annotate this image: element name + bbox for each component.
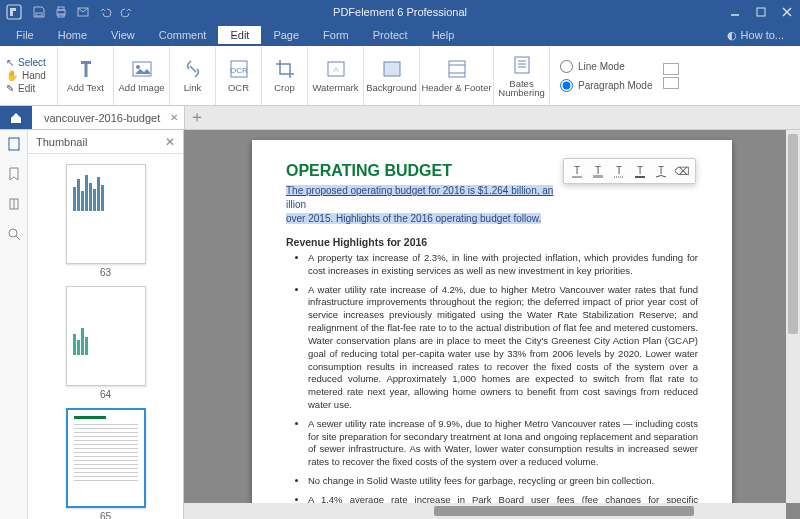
- select-tool[interactable]: ↖Select: [6, 57, 57, 68]
- search-rail-icon[interactable]: [6, 226, 22, 242]
- svg-text:OCR: OCR: [230, 66, 248, 75]
- vertical-scrollbar[interactable]: [786, 130, 800, 503]
- document-tab[interactable]: vancouver-2016-budget ✕: [32, 106, 185, 129]
- document-page: T T T T T ⌫ OPERATING BUDGET The propose…: [252, 140, 732, 519]
- watermark-button[interactable]: AWatermark: [308, 46, 364, 105]
- edit-icon: ✎: [6, 83, 14, 94]
- close-button[interactable]: [774, 0, 800, 24]
- watermark-label: Watermark: [312, 83, 358, 93]
- list-item[interactable]: No change in Solid Waste utility fees fo…: [308, 475, 698, 488]
- svg-rect-1: [36, 13, 42, 16]
- paragraph-mode-radio[interactable]: Paragraph Mode: [560, 79, 653, 92]
- format-btn-3[interactable]: T: [610, 162, 628, 180]
- bates-button[interactable]: Bates Numbering: [494, 46, 550, 105]
- format-btn-2[interactable]: T: [589, 162, 607, 180]
- paragraph-mode-label: Paragraph Mode: [578, 80, 653, 91]
- add-image-button[interactable]: Add Image: [114, 46, 170, 105]
- bookmarks-rail-icon[interactable]: [6, 166, 22, 182]
- format-delete-btn[interactable]: ⌫: [673, 162, 691, 180]
- svg-text:T: T: [574, 165, 580, 176]
- app-logo: [4, 2, 24, 22]
- ocr-button[interactable]: OCROCR: [216, 46, 262, 105]
- bates-label: Bates Numbering: [498, 79, 544, 98]
- svg-line-14: [190, 66, 196, 72]
- save-icon[interactable]: [32, 5, 46, 19]
- format-btn-1[interactable]: T: [568, 162, 586, 180]
- svg-rect-7: [757, 8, 765, 16]
- menu-form[interactable]: Form: [311, 26, 361, 44]
- header-footer-button[interactable]: Header & Footer: [420, 46, 494, 105]
- thumbnails-rail-icon[interactable]: [6, 136, 22, 152]
- undo-icon[interactable]: [98, 5, 112, 19]
- close-tab-icon[interactable]: ✕: [170, 112, 178, 123]
- extra-button-2[interactable]: [663, 77, 679, 89]
- document-tab-label: vancouver-2016-budget: [44, 112, 160, 124]
- header-footer-icon: [446, 58, 468, 80]
- thumbnail-page-65[interactable]: 65: [63, 408, 149, 519]
- subheading: Revenue Highlights for 2016: [286, 236, 698, 248]
- select-label: Select: [18, 57, 46, 68]
- line-mode-radio[interactable]: Line Mode: [560, 60, 653, 73]
- background-icon: [381, 58, 403, 80]
- redo-icon[interactable]: [120, 5, 134, 19]
- new-tab-button[interactable]: ＋: [185, 106, 209, 129]
- svg-rect-0: [7, 5, 21, 19]
- attachments-rail-icon[interactable]: [6, 196, 22, 212]
- maximize-button[interactable]: [748, 0, 774, 24]
- menu-view[interactable]: View: [99, 26, 147, 44]
- page-number: 64: [100, 389, 111, 400]
- list-item[interactable]: A property tax increase of 2.3%, in line…: [308, 252, 698, 278]
- thumbnail-page-63[interactable]: 63: [63, 164, 149, 278]
- svg-text:⌫: ⌫: [675, 165, 689, 177]
- background-button[interactable]: Background: [364, 46, 420, 105]
- hand-icon: ✋: [6, 70, 18, 81]
- svg-text:T: T: [658, 165, 664, 176]
- link-button[interactable]: Link: [170, 46, 216, 105]
- ribbon-toolbar: ↖Select ✋Hand ✎Edit Add Text Add Image L…: [0, 46, 800, 106]
- menu-file[interactable]: File: [4, 26, 46, 44]
- svg-rect-23: [515, 57, 529, 73]
- title-bar: PDFelement 6 Professional: [0, 0, 800, 24]
- mail-icon[interactable]: [76, 5, 90, 19]
- selection-tool-group: ↖Select ✋Hand ✎Edit: [0, 46, 58, 105]
- menu-edit[interactable]: Edit: [218, 26, 261, 44]
- thumbnail-list[interactable]: 63 64 65: [28, 154, 183, 519]
- home-tab[interactable]: [0, 106, 32, 129]
- header-footer-label: Header & Footer: [421, 83, 491, 93]
- crop-button[interactable]: Crop: [262, 46, 308, 105]
- main-area: Thumbnail ✕ 63 64: [0, 130, 800, 519]
- thumbnail-panel: Thumbnail ✕ 63 64: [28, 130, 184, 519]
- menu-help[interactable]: Help: [420, 26, 467, 44]
- list-item[interactable]: A water utility rate increase of 4.2%, d…: [308, 284, 698, 412]
- horizontal-scroll-thumb[interactable]: [434, 506, 694, 516]
- menu-home[interactable]: Home: [46, 26, 99, 44]
- format-btn-5[interactable]: T: [652, 162, 670, 180]
- thumbnail-page-64[interactable]: 64: [63, 286, 149, 400]
- print-icon[interactable]: [54, 5, 68, 19]
- page-number: 65: [100, 511, 111, 519]
- hand-label: Hand: [22, 70, 46, 81]
- extra-button-1[interactable]: [663, 63, 679, 75]
- text-icon: [75, 58, 97, 80]
- hand-tool[interactable]: ✋Hand: [6, 70, 57, 81]
- link-icon: [182, 58, 204, 80]
- menu-protect[interactable]: Protect: [361, 26, 420, 44]
- menu-page[interactable]: Page: [261, 26, 311, 44]
- close-thumbnail-panel-icon[interactable]: ✕: [165, 135, 175, 149]
- vertical-scroll-thumb[interactable]: [788, 134, 798, 334]
- svg-rect-11: [84, 61, 87, 77]
- how-to-link[interactable]: ◐ How to...: [727, 29, 784, 42]
- menu-comment[interactable]: Comment: [147, 26, 219, 44]
- document-viewport[interactable]: T T T T T ⌫ OPERATING BUDGET The propose…: [184, 130, 800, 519]
- edit-tool[interactable]: ✎Edit: [6, 83, 57, 94]
- ocr-label: OCR: [228, 83, 249, 93]
- lead-paragraph[interactable]: The proposed operating budget for 2016 i…: [286, 184, 698, 226]
- list-item[interactable]: A sewer utility rate increase of 9.9%, d…: [308, 418, 698, 469]
- thumbnail-panel-title: Thumbnail: [36, 136, 87, 148]
- add-text-button[interactable]: Add Text: [58, 46, 114, 105]
- minimize-button[interactable]: [722, 0, 748, 24]
- thumbnail-panel-header: Thumbnail ✕: [28, 130, 183, 154]
- bates-icon: [511, 54, 533, 76]
- format-btn-4[interactable]: T: [631, 162, 649, 180]
- horizontal-scrollbar[interactable]: [184, 503, 786, 519]
